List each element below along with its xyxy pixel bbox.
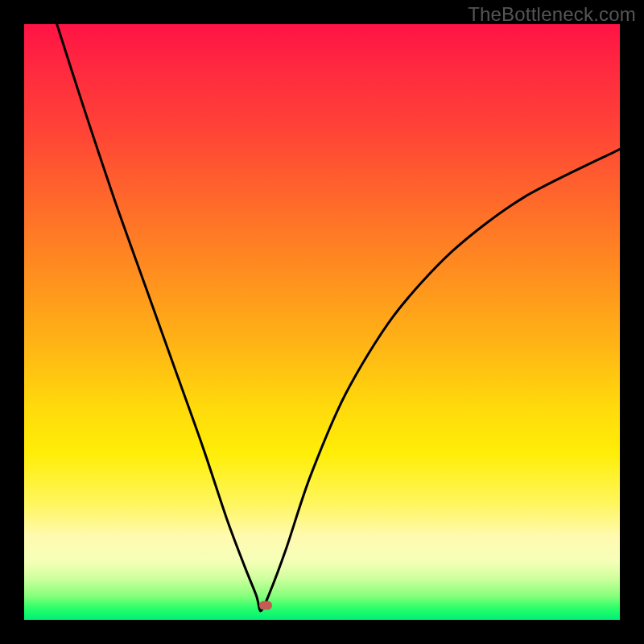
chart-stage: TheBottleneck.com	[0, 0, 644, 644]
plot-area	[24, 24, 620, 620]
watermark-text: TheBottleneck.com	[468, 3, 636, 26]
bottleneck-marker	[259, 601, 272, 609]
curve-path	[57, 24, 620, 611]
bottleneck-curve	[24, 24, 620, 620]
